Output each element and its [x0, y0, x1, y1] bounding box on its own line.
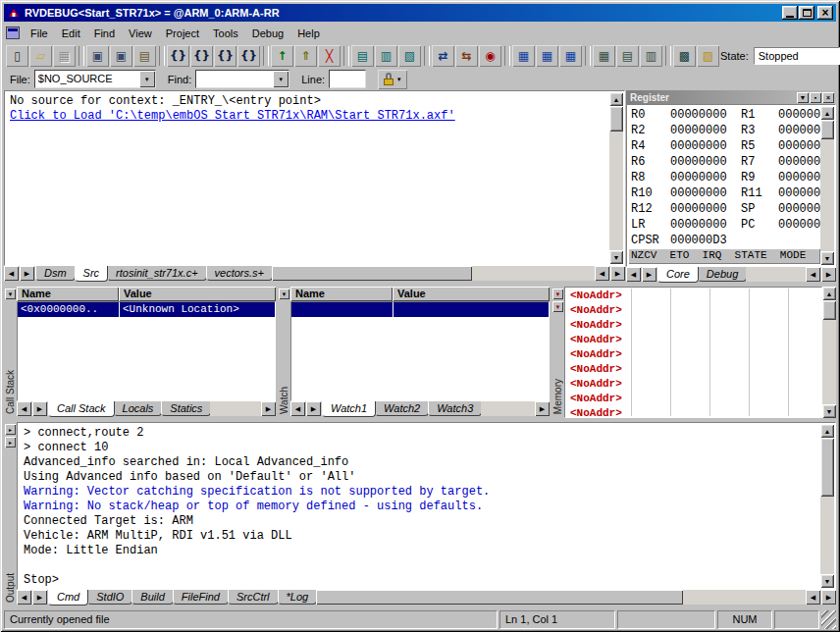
register-row[interactable]: R000000000R100000000 [628, 107, 820, 123]
scroll-right-button[interactable]: ▶ [610, 266, 625, 281]
memory-cell[interactable] [670, 392, 709, 406]
pane-pin-button[interactable]: ▪ [810, 92, 821, 103]
memory-row[interactable]: <NoAddr> [566, 333, 820, 347]
source-view[interactable]: No source for context: _ENTRY_\<entry po… [4, 90, 625, 266]
memory-cell[interactable] [788, 333, 820, 347]
register-row[interactable]: R200000000R300000000 [628, 123, 820, 138]
column-header-value[interactable]: Value [393, 287, 550, 301]
memory-row[interactable]: <NoAddr> [566, 318, 820, 333]
synchronize-button[interactable]: ⇆ [455, 45, 478, 67]
scrollbar-thumb[interactable] [272, 266, 472, 281]
lock-button[interactable]: ▼ [378, 70, 407, 89]
memory-cell[interactable] [631, 347, 670, 362]
memory-cell[interactable] [709, 333, 749, 347]
callstack-selected-row[interactable]: <0x0000000.. <Unknown Location> [18, 302, 275, 317]
tab-scroll-left-button[interactable]: ◀ [17, 590, 31, 605]
menu-project[interactable]: Project [159, 26, 206, 41]
memory-cell[interactable] [631, 362, 670, 377]
memory-cell[interactable] [670, 377, 709, 392]
tab-stdio[interactable]: StdIO [87, 590, 132, 605]
tab-filefind[interactable]: FileFind [173, 590, 229, 605]
scrollbar-track[interactable] [820, 497, 834, 574]
memory-cell[interactable] [749, 333, 788, 347]
memory-cell[interactable] [749, 318, 788, 333]
column-header-name[interactable]: Name [17, 287, 119, 301]
tab-srcctrl[interactable]: SrcCtrl [228, 590, 279, 605]
register-vertical-scrollbar[interactable]: ▲ ▼ [820, 106, 834, 265]
memory-cell[interactable] [709, 303, 749, 318]
scroll-down-button[interactable]: ▼ [822, 404, 836, 418]
journal-file-button[interactable]: ▥ [375, 45, 397, 67]
step-over-button[interactable]: {} [190, 45, 213, 67]
pane-options-button[interactable]: ▸ [5, 437, 16, 448]
scroll-right-button[interactable]: ▶ [535, 401, 550, 416]
tab-statics[interactable]: Statics [161, 401, 211, 416]
register-view[interactable]: R000000000R100000000R200000000R300000000… [626, 104, 836, 267]
tab-locals[interactable]: Locals [114, 401, 163, 416]
memory-vertical-scrollbar[interactable]: ▲ ▼ [822, 287, 836, 418]
memory-cell[interactable] [631, 406, 670, 416]
tab-core[interactable]: Core [657, 267, 699, 283]
source-horizontal-scrollbar[interactable] [272, 266, 595, 281]
tab-vectors[interactable]: vectors.s+ [206, 266, 273, 281]
tab-scroll-right-button[interactable]: ▶ [642, 267, 656, 282]
scroll-up-button[interactable]: ▲ [820, 106, 834, 120]
tab-scroll-left-button[interactable]: ◀ [4, 266, 19, 281]
register-pane-caption[interactable]: Register ▼ ▪ × [626, 90, 836, 104]
column-header-value[interactable]: Value [119, 287, 276, 301]
menu-debug[interactable]: Debug [245, 26, 290, 41]
scroll-down-button[interactable]: ▼ [820, 251, 834, 265]
scroll-up-button[interactable]: ▲ [820, 424, 834, 438]
scrollbar-track[interactable] [822, 320, 836, 404]
tab-call-stack[interactable]: Call Stack [48, 401, 115, 417]
include-commands-button[interactable]: ▤ [351, 45, 374, 67]
minimize-button[interactable] [782, 6, 798, 20]
cascade-windows-button[interactable]: ▦ [536, 45, 558, 67]
register-row[interactable]: R600000000R700000000 [628, 154, 820, 170]
scroll-down-button[interactable]: ▼ [820, 574, 834, 588]
memory-cell[interactable] [709, 377, 749, 392]
register-row[interactable]: R400000000R500000000 [628, 138, 820, 154]
scrollbar-thumb[interactable] [820, 120, 834, 139]
tab-log[interactable]: *Log [278, 590, 318, 605]
pane-menu-button[interactable]: ▼ [552, 289, 563, 299]
tab-watch3[interactable]: Watch3 [428, 401, 482, 416]
pane-menu-button[interactable]: ▼ [797, 92, 809, 103]
child-window-icon[interactable] [6, 26, 20, 39]
tab-watch1[interactable]: Watch1 [322, 401, 376, 417]
scroll-right-button[interactable]: ▶ [821, 267, 836, 282]
memory-cell[interactable] [631, 289, 670, 303]
line-input[interactable] [329, 70, 366, 88]
memory-cell[interactable] [749, 377, 788, 392]
scrollbar-track[interactable] [609, 132, 623, 250]
memory-cell[interactable] [788, 377, 820, 392]
tab-scroll-right-button[interactable]: ▶ [306, 401, 321, 416]
memory-cell[interactable] [631, 333, 670, 347]
scrollbar-thumb[interactable] [822, 300, 836, 320]
pane-menu-button[interactable]: ▼ [5, 289, 16, 299]
title-bar[interactable]: RVDEBUG<Start_STR71x> = @ARM_0:ARM-A-RR … [4, 4, 836, 22]
memory-cell[interactable] [749, 303, 788, 318]
scroll-right-button[interactable]: ▶ [821, 590, 836, 605]
output-horizontal-scrollbar[interactable] [316, 590, 806, 605]
memory-row[interactable]: <NoAddr> [566, 362, 820, 377]
scroll-left-button[interactable]: ◀ [806, 590, 820, 605]
memory-row[interactable]: <NoAddr> [566, 289, 820, 303]
memory-cell[interactable] [709, 347, 749, 362]
file-combobox-dropdown-button[interactable]: ▼ [139, 71, 155, 87]
scrollbar-track[interactable] [820, 139, 834, 251]
scrollbar-thumb[interactable] [820, 438, 834, 497]
register-row[interactable]: R1000000000R1100000000 [628, 185, 820, 201]
tile-windows-button[interactable]: ▦ [512, 45, 535, 67]
memory-row[interactable]: <NoAddr> [566, 392, 820, 406]
tab-cmd[interactable]: Cmd [48, 590, 88, 606]
find-combobox[interactable]: ▼ [195, 70, 289, 88]
memory-cell[interactable] [670, 333, 709, 347]
halt-button[interactable]: ╳ [318, 45, 341, 67]
scroll-down-button[interactable]: ▼ [609, 250, 623, 264]
memory-cell[interactable] [709, 289, 749, 303]
app-icon[interactable] [7, 6, 21, 20]
memory-cell[interactable] [670, 406, 709, 416]
menu-tools[interactable]: Tools [206, 26, 245, 41]
go-button[interactable]: ↑ [271, 45, 293, 67]
